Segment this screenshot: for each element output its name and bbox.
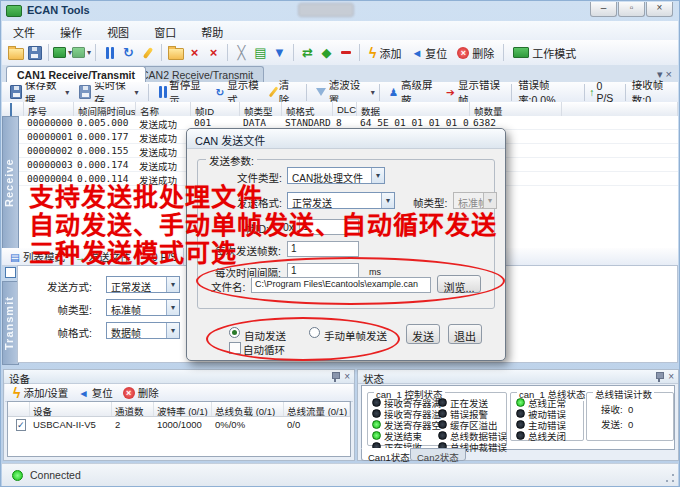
open-file-icon[interactable] — [6, 43, 25, 62]
main-toolbar: ▾ ▾ ↻ × × ╳ ▤ ▼ ⇄ ◆ ϟ添加 ◄复位 ×删除 工作模式 — [2, 40, 678, 66]
clear-icon[interactable] — [138, 43, 157, 62]
pause-display-button[interactable]: 暂停显示 — [153, 83, 211, 102]
save-data-icon — [10, 85, 22, 99]
menu-window[interactable]: 窗口 — [143, 21, 187, 40]
up-arrow-icon: ↑ — [589, 86, 594, 98]
status-panel-title: 状态 — [358, 370, 678, 384]
col-count[interactable]: 帧数量 — [470, 102, 562, 116]
reset-button[interactable]: ◄复位 — [406, 43, 452, 62]
error-frame-icon: ➔ — [446, 86, 455, 98]
dialog-title-bar[interactable]: CAN 发送文件 — [187, 129, 505, 149]
tab-can1[interactable]: CAN1 Receive/Transmit — [6, 66, 146, 82]
edit-delete-icon[interactable]: × — [185, 43, 204, 62]
frame-type-label: 帧类型: — [32, 302, 92, 317]
col-name[interactable]: 名称 — [136, 102, 191, 116]
device-add-button[interactable]: ϟ添加/设置 — [8, 383, 73, 402]
frames-per-send-input[interactable]: 1 — [287, 241, 359, 257]
send-button[interactable]: 发送 — [406, 324, 440, 344]
app-icon — [6, 5, 22, 17]
led-icon — [516, 431, 525, 440]
work-mode-button[interactable]: 工作模式 — [508, 43, 581, 62]
close-button[interactable]: × — [646, 2, 673, 17]
device-delete-button[interactable]: ×删除 — [118, 383, 164, 402]
connect-device-icon[interactable]: ▾ — [53, 43, 72, 62]
col-seq[interactable]: 序号 — [24, 102, 74, 116]
led-icon — [438, 409, 447, 418]
clear-brush-icon — [269, 86, 279, 98]
frame-format-select[interactable]: 数据帧 — [106, 322, 180, 339]
title-bar[interactable]: ECAN Tools –▫× — [1, 1, 679, 21]
col-data[interactable]: 数据 — [357, 102, 470, 116]
add-button[interactable]: ϟ添加 — [364, 43, 406, 62]
pin-icon[interactable] — [655, 372, 663, 382]
plug-icon[interactable]: ◆ — [317, 43, 336, 62]
menu-bar: 文件 操作 视图 窗口 帮助 — [2, 21, 678, 41]
annotation-ellipse-radios — [206, 317, 400, 361]
file-type-select[interactable]: CAN批处理文件 — [287, 167, 385, 184]
show-error-frames-button[interactable]: ➔显示错误帧 — [441, 83, 507, 102]
filter-settings-button[interactable]: 滤波设置 — [311, 83, 369, 102]
work-mode-icon — [513, 47, 529, 58]
frame-type-select[interactable]: 标准帧 — [106, 299, 180, 316]
col-dlc[interactable]: DLC — [333, 102, 357, 116]
led-icon — [516, 420, 525, 429]
device-row[interactable]: ✓ USBCAN-II-V5 2 1000/1000 0%/0% 0/0 — [8, 417, 350, 431]
tab-can1-status[interactable]: Can1状态 — [361, 448, 417, 461]
flag-icon[interactable]: ▼ — [270, 43, 289, 62]
display-mode-button[interactable]: ↻显示模式 — [210, 83, 267, 102]
bus-error-count-group: 总线错误计数 接收: 0 发送: 0 — [586, 392, 674, 441]
receive-side-tab[interactable]: Receive — [2, 116, 19, 250]
overflow-chevron-icon[interactable]: ▾ — [371, 88, 375, 97]
refresh-icon[interactable]: ↻ — [119, 43, 138, 62]
send-mode-select[interactable]: 正常发送 — [106, 276, 180, 293]
receive-pps-label: 0 P/S — [596, 80, 618, 104]
menu-operate[interactable]: 操作 — [49, 21, 93, 40]
menu-file[interactable]: 文件 — [2, 21, 46, 40]
maximize-button[interactable]: ▫ — [618, 2, 645, 17]
exit-button[interactable]: 退出 — [448, 324, 482, 344]
annotation-line3: 三种发送模式可选 — [29, 233, 237, 269]
receive-toolbar: 保存数据▾ 实时保存▾ 暂停显示 ↻显示模式 清除 滤波设置 ▾ ♟高级屏蔽 ➔… — [2, 82, 678, 103]
menu-view[interactable]: 视图 — [96, 21, 140, 40]
clear-button[interactable]: 清除 — [267, 83, 301, 102]
open-project-icon[interactable] — [166, 43, 185, 62]
device-checkbox[interactable]: ✓ — [16, 419, 26, 431]
remove-channel-icon[interactable] — [336, 43, 355, 62]
pause-display-icon — [158, 86, 167, 98]
cut-icon[interactable]: ╳ — [232, 43, 251, 62]
tab-can2-status[interactable]: Can2状态 — [410, 448, 466, 461]
resize-grip[interactable] — [665, 473, 675, 483]
pin-icon[interactable] — [331, 372, 339, 382]
col-frame-id[interactable]: 帧ID — [191, 102, 240, 116]
menu-help[interactable]: 帮助 — [190, 21, 234, 40]
bus-status-group: can_1 总线状态 总线正常 被动错误 主动错误 总线关闭 — [510, 392, 584, 441]
realtime-save-button[interactable]: 实时保存▾ — [74, 83, 143, 102]
filter-icon — [316, 88, 326, 96]
pause-icon[interactable] — [100, 43, 119, 62]
status-box: can_1 控制状态 接收寄存器满 接收寄存器溢 发送寄存器空 发送结束 正在接… — [361, 385, 675, 450]
swap-icon[interactable]: ⇄ — [298, 43, 317, 62]
disconnect-device-icon[interactable]: ▾ — [72, 43, 91, 62]
delete-all-icon[interactable]: × — [204, 43, 223, 62]
paste-icon[interactable]: ▤ — [251, 43, 270, 62]
realtime-save-icon — [79, 85, 91, 99]
annotation-ellipse-filename — [196, 257, 505, 305]
led-icon — [438, 420, 447, 429]
status-bar: Connected — [2, 463, 678, 486]
connection-status: Connected — [30, 469, 81, 481]
col-frame-type[interactable]: 帧类型 — [240, 102, 282, 116]
device-panel-title: 设备 — [4, 370, 354, 384]
device-reset-button[interactable]: ◄复位 — [73, 383, 117, 402]
panel-close-icon[interactable]: × — [344, 372, 350, 382]
device-table: 设备 通道数 波特率 (0/1) 总线负载 (0/1) 总线流量 (0/1) ✓… — [7, 401, 351, 457]
save-data-button[interactable]: 保存数据▾ — [5, 83, 74, 102]
panel-close-icon[interactable]: × — [668, 372, 674, 382]
save-icon[interactable] — [25, 43, 44, 62]
advanced-mask-button[interactable]: ♟高级屏蔽 — [384, 83, 441, 102]
minimize-button[interactable]: – — [590, 2, 617, 17]
col-frame-format[interactable]: 帧格式 — [282, 102, 333, 116]
delete-button[interactable]: ×删除 — [452, 43, 499, 62]
select-all-checkbox[interactable] — [10, 103, 12, 116]
col-interval[interactable]: 帧间隔时间us — [74, 102, 136, 116]
transmit-select-checkbox[interactable] — [5, 267, 16, 278]
